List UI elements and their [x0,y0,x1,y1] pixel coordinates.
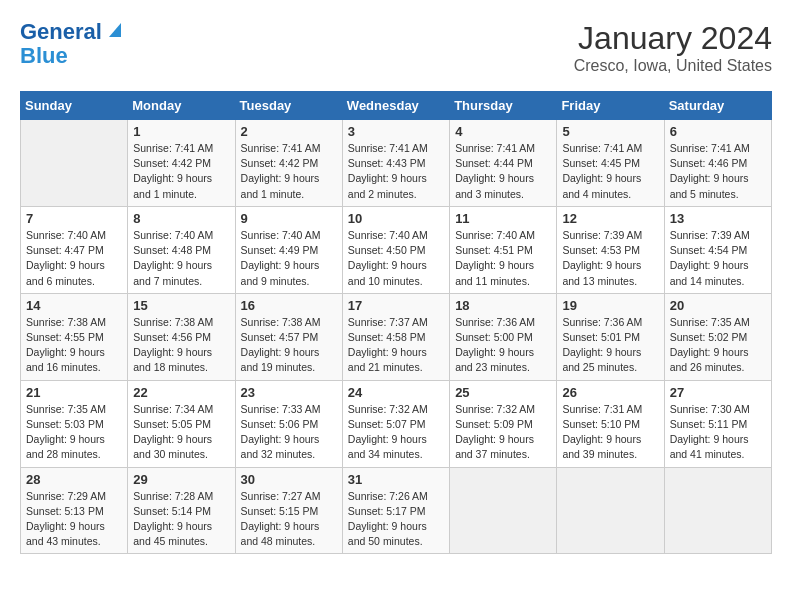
day-cell: 17Sunrise: 7:37 AMSunset: 4:58 PMDayligh… [342,293,449,380]
header-cell-monday: Monday [128,92,235,120]
header-cell-saturday: Saturday [664,92,771,120]
page-subtitle: Cresco, Iowa, United States [574,57,772,75]
page-title: January 2024 [574,20,772,57]
day-cell [450,467,557,554]
day-cell: 9Sunrise: 7:40 AMSunset: 4:49 PMDaylight… [235,206,342,293]
day-number: 26 [562,385,658,400]
day-cell: 28Sunrise: 7:29 AMSunset: 5:13 PMDayligh… [21,467,128,554]
week-row-3: 14Sunrise: 7:38 AMSunset: 4:55 PMDayligh… [21,293,772,380]
day-number: 3 [348,124,444,139]
day-cell: 19Sunrise: 7:36 AMSunset: 5:01 PMDayligh… [557,293,664,380]
day-cell: 30Sunrise: 7:27 AMSunset: 5:15 PMDayligh… [235,467,342,554]
day-detail: Sunrise: 7:31 AMSunset: 5:10 PMDaylight:… [562,403,642,461]
day-cell: 7Sunrise: 7:40 AMSunset: 4:47 PMDaylight… [21,206,128,293]
svg-marker-0 [109,23,121,37]
title-block: January 2024 Cresco, Iowa, United States [574,20,772,75]
day-number: 11 [455,211,551,226]
day-number: 15 [133,298,229,313]
day-detail: Sunrise: 7:28 AMSunset: 5:14 PMDaylight:… [133,490,213,548]
day-number: 31 [348,472,444,487]
day-cell: 3Sunrise: 7:41 AMSunset: 4:43 PMDaylight… [342,120,449,207]
day-cell: 18Sunrise: 7:36 AMSunset: 5:00 PMDayligh… [450,293,557,380]
day-number: 21 [26,385,122,400]
day-cell: 22Sunrise: 7:34 AMSunset: 5:05 PMDayligh… [128,380,235,467]
day-detail: Sunrise: 7:41 AMSunset: 4:42 PMDaylight:… [133,142,213,200]
day-detail: Sunrise: 7:27 AMSunset: 5:15 PMDaylight:… [241,490,321,548]
day-number: 10 [348,211,444,226]
day-detail: Sunrise: 7:35 AMSunset: 5:02 PMDaylight:… [670,316,750,374]
day-cell: 5Sunrise: 7:41 AMSunset: 4:45 PMDaylight… [557,120,664,207]
day-detail: Sunrise: 7:32 AMSunset: 5:07 PMDaylight:… [348,403,428,461]
day-number: 7 [26,211,122,226]
day-cell: 26Sunrise: 7:31 AMSunset: 5:10 PMDayligh… [557,380,664,467]
day-detail: Sunrise: 7:29 AMSunset: 5:13 PMDaylight:… [26,490,106,548]
day-number: 13 [670,211,766,226]
day-cell: 16Sunrise: 7:38 AMSunset: 4:57 PMDayligh… [235,293,342,380]
day-cell: 6Sunrise: 7:41 AMSunset: 4:46 PMDaylight… [664,120,771,207]
header-cell-friday: Friday [557,92,664,120]
day-number: 5 [562,124,658,139]
day-detail: Sunrise: 7:40 AMSunset: 4:49 PMDaylight:… [241,229,321,287]
week-row-5: 28Sunrise: 7:29 AMSunset: 5:13 PMDayligh… [21,467,772,554]
logo-icon [105,19,125,39]
week-row-1: 1Sunrise: 7:41 AMSunset: 4:42 PMDaylight… [21,120,772,207]
header-cell-sunday: Sunday [21,92,128,120]
day-number: 25 [455,385,551,400]
day-number: 22 [133,385,229,400]
header-cell-wednesday: Wednesday [342,92,449,120]
day-detail: Sunrise: 7:36 AMSunset: 5:01 PMDaylight:… [562,316,642,374]
day-cell: 23Sunrise: 7:33 AMSunset: 5:06 PMDayligh… [235,380,342,467]
week-row-4: 21Sunrise: 7:35 AMSunset: 5:03 PMDayligh… [21,380,772,467]
day-detail: Sunrise: 7:39 AMSunset: 4:53 PMDaylight:… [562,229,642,287]
day-cell: 21Sunrise: 7:35 AMSunset: 5:03 PMDayligh… [21,380,128,467]
day-number: 27 [670,385,766,400]
day-number: 2 [241,124,337,139]
day-cell: 12Sunrise: 7:39 AMSunset: 4:53 PMDayligh… [557,206,664,293]
day-detail: Sunrise: 7:32 AMSunset: 5:09 PMDaylight:… [455,403,535,461]
day-detail: Sunrise: 7:38 AMSunset: 4:55 PMDaylight:… [26,316,106,374]
day-number: 28 [26,472,122,487]
day-number: 4 [455,124,551,139]
day-number: 18 [455,298,551,313]
logo: General Blue [20,20,125,68]
day-number: 6 [670,124,766,139]
day-detail: Sunrise: 7:41 AMSunset: 4:46 PMDaylight:… [670,142,750,200]
day-cell: 15Sunrise: 7:38 AMSunset: 4:56 PMDayligh… [128,293,235,380]
day-cell: 11Sunrise: 7:40 AMSunset: 4:51 PMDayligh… [450,206,557,293]
day-detail: Sunrise: 7:41 AMSunset: 4:45 PMDaylight:… [562,142,642,200]
day-cell: 4Sunrise: 7:41 AMSunset: 4:44 PMDaylight… [450,120,557,207]
header-row: SundayMondayTuesdayWednesdayThursdayFrid… [21,92,772,120]
day-detail: Sunrise: 7:41 AMSunset: 4:44 PMDaylight:… [455,142,535,200]
day-detail: Sunrise: 7:38 AMSunset: 4:57 PMDaylight:… [241,316,321,374]
day-detail: Sunrise: 7:40 AMSunset: 4:47 PMDaylight:… [26,229,106,287]
day-detail: Sunrise: 7:40 AMSunset: 4:48 PMDaylight:… [133,229,213,287]
day-cell: 14Sunrise: 7:38 AMSunset: 4:55 PMDayligh… [21,293,128,380]
day-number: 9 [241,211,337,226]
day-cell: 1Sunrise: 7:41 AMSunset: 4:42 PMDaylight… [128,120,235,207]
day-cell [21,120,128,207]
day-number: 17 [348,298,444,313]
page-header: General Blue January 2024 Cresco, Iowa, … [20,20,772,75]
day-cell: 25Sunrise: 7:32 AMSunset: 5:09 PMDayligh… [450,380,557,467]
day-detail: Sunrise: 7:40 AMSunset: 4:50 PMDaylight:… [348,229,428,287]
day-number: 20 [670,298,766,313]
logo-text2: Blue [20,44,68,68]
day-detail: Sunrise: 7:37 AMSunset: 4:58 PMDaylight:… [348,316,428,374]
day-number: 30 [241,472,337,487]
day-number: 23 [241,385,337,400]
day-detail: Sunrise: 7:34 AMSunset: 5:05 PMDaylight:… [133,403,213,461]
day-detail: Sunrise: 7:35 AMSunset: 5:03 PMDaylight:… [26,403,106,461]
day-number: 16 [241,298,337,313]
day-cell: 20Sunrise: 7:35 AMSunset: 5:02 PMDayligh… [664,293,771,380]
day-detail: Sunrise: 7:36 AMSunset: 5:00 PMDaylight:… [455,316,535,374]
day-cell [664,467,771,554]
day-detail: Sunrise: 7:41 AMSunset: 4:42 PMDaylight:… [241,142,321,200]
header-cell-tuesday: Tuesday [235,92,342,120]
day-number: 19 [562,298,658,313]
day-number: 29 [133,472,229,487]
day-cell: 27Sunrise: 7:30 AMSunset: 5:11 PMDayligh… [664,380,771,467]
day-cell: 2Sunrise: 7:41 AMSunset: 4:42 PMDaylight… [235,120,342,207]
day-detail: Sunrise: 7:41 AMSunset: 4:43 PMDaylight:… [348,142,428,200]
day-number: 24 [348,385,444,400]
logo-text: General [20,20,102,44]
